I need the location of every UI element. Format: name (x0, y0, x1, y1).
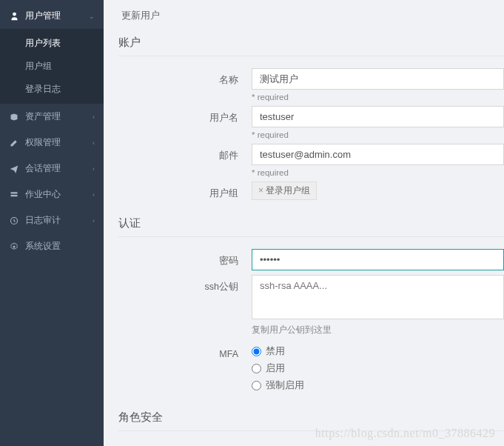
svg-rect-1 (11, 195, 18, 196)
sidebar-item-loginlog[interactable]: 登录日志 (0, 78, 104, 101)
sidebar-item-perms[interactable]: 权限管理 ‹ (0, 130, 104, 156)
chevron-left-icon: ‹ (93, 113, 95, 121)
sidebar-item-user-mgmt[interactable]: 用户管理 ⌄ (0, 3, 104, 29)
page-title: 更新用户 (118, 9, 504, 22)
edit-icon (9, 138, 19, 148)
label-role: 角色 (118, 443, 252, 446)
chevron-left-icon: ‹ (93, 217, 95, 224)
required-hint: * required (252, 93, 504, 101)
password-input[interactable] (252, 249, 504, 270)
sidebar-item-sessions[interactable]: 会话管理 ‹ (0, 156, 104, 182)
required-hint: * required (252, 130, 504, 139)
sidebar-submenu: 用户列表 用户组 登录日志 (0, 29, 104, 104)
svg-rect-0 (11, 192, 18, 193)
sidebar: 用户管理 ⌄ 用户列表 用户组 登录日志 资产管理 ‹ 权限管理 ‹ 会 (0, 0, 104, 446)
sshkey-hint: 复制用户公钥到这里 (252, 324, 504, 336)
history-icon (9, 216, 19, 226)
chevron-left-icon: ‹ (93, 139, 95, 147)
usergroup-tag[interactable]: ×登录用户组 (252, 182, 317, 200)
svg-point-3 (13, 245, 16, 247)
sidebar-label: 系统设置 (25, 240, 95, 253)
tag-label: 登录用户组 (266, 185, 310, 196)
sidebar-item-assets[interactable]: 资产管理 ‹ (0, 104, 104, 130)
gear-icon (9, 242, 19, 252)
required-hint: * required (252, 168, 504, 177)
stack-icon (9, 190, 19, 200)
email-input[interactable] (252, 144, 504, 165)
label-usergroup: 用户组 (118, 182, 252, 200)
label-name: 名称 (118, 68, 252, 87)
mfa-disabled-radio[interactable]: 禁用 (252, 343, 504, 360)
sidebar-label: 用户管理 (25, 10, 89, 22)
sshkey-input[interactable] (252, 275, 504, 319)
users-icon (9, 11, 19, 21)
label-username: 用户名 (118, 106, 252, 124)
chevron-left-icon: ‹ (93, 191, 95, 199)
watermark: https://blog.csdn.net/m0_37886429 (315, 427, 495, 440)
close-icon[interactable]: × (258, 185, 263, 196)
main-content: 更新用户 账户 名称 * required 用户名 * required 邮件 (104, 0, 504, 446)
sidebar-item-userlist[interactable]: 用户列表 (0, 32, 104, 55)
sidebar-label: 日志审计 (25, 214, 93, 227)
username-input[interactable] (252, 106, 504, 127)
sidebar-label: 作业中心 (25, 188, 93, 201)
sidebar-item-usergroup[interactable]: 用户组 (0, 55, 104, 78)
mfa-enabled-radio[interactable]: 启用 (252, 360, 504, 377)
send-icon (9, 164, 19, 174)
cube-icon (9, 112, 19, 122)
chevron-down-icon: ⌄ (89, 13, 95, 20)
label-sshkey: ssh公钥 (118, 275, 252, 293)
sidebar-label: 资产管理 (25, 110, 93, 123)
name-input[interactable] (252, 68, 504, 90)
sidebar-label: 会话管理 (25, 162, 93, 175)
sidebar-item-jobs[interactable]: 作业中心 ‹ (0, 182, 104, 207)
sidebar-item-audit[interactable]: 日志审计 ‹ (0, 207, 104, 233)
sidebar-label: 权限管理 (25, 136, 93, 149)
section-auth: 认证 (118, 216, 504, 237)
chevron-left-icon: ‹ (93, 165, 95, 173)
mfa-force-radio[interactable]: 强制启用 (252, 377, 504, 394)
section-account: 账户 (118, 36, 504, 56)
sidebar-item-settings[interactable]: 系统设置 (0, 233, 104, 259)
label-mfa: MFA (118, 343, 252, 359)
label-password: 密码 (118, 249, 252, 267)
role-select[interactable] (252, 443, 504, 446)
label-email: 邮件 (118, 144, 252, 162)
